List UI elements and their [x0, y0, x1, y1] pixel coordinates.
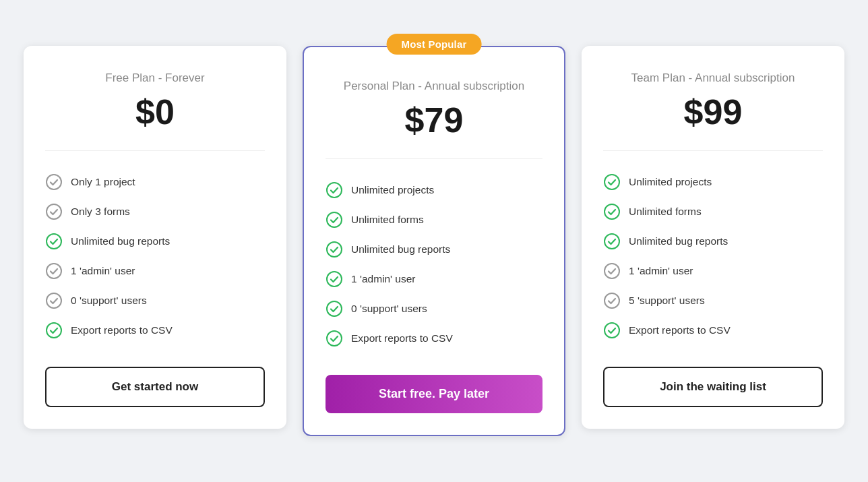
feature-item: Unlimited projects — [326, 175, 542, 205]
svg-point-2 — [46, 234, 61, 249]
check-icon — [603, 173, 621, 191]
feature-item: Unlimited bug reports — [45, 227, 265, 256]
feature-text: 5 'support' users — [629, 295, 705, 307]
check-icon — [45, 173, 63, 191]
svg-point-7 — [327, 212, 342, 227]
features-list-personal: Unlimited projects Unlimited forms Unl — [326, 175, 542, 353]
check-icon — [603, 233, 621, 250]
feature-item: 1 'admin' user — [603, 256, 823, 286]
cta-button-free[interactable]: Get started now — [45, 367, 265, 407]
check-icon — [45, 262, 63, 280]
divider — [45, 150, 265, 151]
plan-price-personal: $79 — [326, 101, 542, 140]
feature-text: Unlimited projects — [351, 184, 434, 196]
check-icon — [326, 300, 343, 318]
svg-point-8 — [327, 242, 342, 257]
feature-text: Unlimited forms — [351, 214, 424, 226]
plan-name-personal: Personal Plan - Annual subscription — [326, 78, 542, 94]
check-icon — [603, 203, 621, 220]
feature-text: Unlimited bug reports — [629, 235, 728, 247]
svg-point-11 — [327, 331, 342, 346]
svg-point-4 — [46, 293, 61, 308]
svg-point-0 — [46, 175, 61, 189]
most-popular-badge: Most Popular — [387, 34, 482, 55]
feature-text: 0 'support' users — [71, 295, 147, 307]
divider — [603, 150, 823, 151]
check-icon — [326, 330, 343, 347]
svg-point-14 — [604, 234, 619, 249]
feature-text: Export reports to CSV — [71, 324, 173, 336]
svg-point-13 — [604, 204, 619, 219]
svg-point-6 — [327, 183, 342, 198]
check-icon — [603, 322, 621, 339]
feature-item: 1 'admin' user — [326, 264, 542, 294]
feature-item: 0 'support' users — [45, 286, 265, 315]
feature-text: Export reports to CSV — [351, 332, 453, 344]
feature-item: Unlimited forms — [603, 197, 823, 227]
features-list-team: Unlimited projects Unlimited forms Unl — [603, 167, 823, 345]
feature-text: Unlimited forms — [629, 206, 702, 218]
cta-button-personal[interactable]: Start free. Pay later — [326, 375, 542, 413]
svg-point-9 — [327, 272, 342, 287]
check-icon — [326, 181, 343, 199]
feature-item: 1 'admin' user — [45, 256, 265, 286]
check-icon — [326, 241, 343, 258]
feature-item: Only 3 forms — [45, 197, 265, 227]
svg-point-15 — [604, 264, 619, 278]
check-icon — [326, 211, 343, 229]
feature-text: 1 'admin' user — [71, 265, 135, 277]
feature-item: Export reports to CSV — [45, 315, 265, 345]
feature-item: 5 'support' users — [603, 286, 823, 315]
check-icon — [45, 322, 63, 339]
features-list-free: Only 1 project Only 3 forms Unlimited — [45, 167, 265, 345]
feature-text: Unlimited bug reports — [71, 235, 170, 247]
feature-text: Only 3 forms — [71, 206, 130, 218]
check-icon — [45, 233, 63, 250]
feature-text: 1 'admin' user — [351, 273, 416, 285]
feature-item: Only 1 project — [45, 167, 265, 197]
feature-item: Unlimited bug reports — [326, 235, 542, 264]
feature-text: 0 'support' users — [351, 303, 427, 315]
feature-item: Unlimited bug reports — [603, 227, 823, 256]
check-icon — [603, 292, 621, 309]
feature-text: Unlimited projects — [629, 176, 712, 188]
feature-text: Export reports to CSV — [629, 324, 731, 336]
plan-price-team: $99 — [603, 93, 823, 131]
svg-point-1 — [46, 204, 61, 219]
feature-item: Export reports to CSV — [326, 324, 542, 353]
divider — [326, 158, 542, 159]
feature-item: Export reports to CSV — [603, 315, 823, 345]
pricing-card-personal: Most PopularPersonal Plan - Annual subsc… — [303, 46, 565, 436]
svg-point-5 — [46, 323, 61, 338]
cta-button-team[interactable]: Join the waiting list — [603, 367, 823, 407]
pricing-card-free: Free Plan - Forever$0 Only 1 project Onl… — [24, 46, 286, 429]
plan-name-team: Team Plan - Annual subscription — [603, 70, 823, 86]
pricing-card-team: Team Plan - Annual subscription$99 Unlim… — [582, 46, 844, 429]
feature-item: Unlimited projects — [603, 167, 823, 197]
pricing-container: Free Plan - Forever$0 Only 1 project Onl… — [13, 46, 855, 436]
feature-text: Only 1 project — [71, 176, 135, 188]
feature-item: 0 'support' users — [326, 294, 542, 324]
check-icon — [603, 262, 621, 280]
svg-point-16 — [604, 293, 619, 308]
plan-price-free: $0 — [45, 93, 265, 131]
svg-point-3 — [46, 264, 61, 278]
feature-item: Unlimited forms — [326, 205, 542, 235]
svg-point-10 — [327, 301, 342, 316]
check-icon — [45, 292, 63, 309]
check-icon — [45, 203, 63, 220]
feature-text: 1 'admin' user — [629, 265, 693, 277]
feature-text: Unlimited bug reports — [351, 243, 450, 255]
plan-name-free: Free Plan - Forever — [45, 70, 265, 86]
check-icon — [326, 270, 343, 288]
svg-point-12 — [604, 175, 619, 189]
svg-point-17 — [604, 323, 619, 338]
